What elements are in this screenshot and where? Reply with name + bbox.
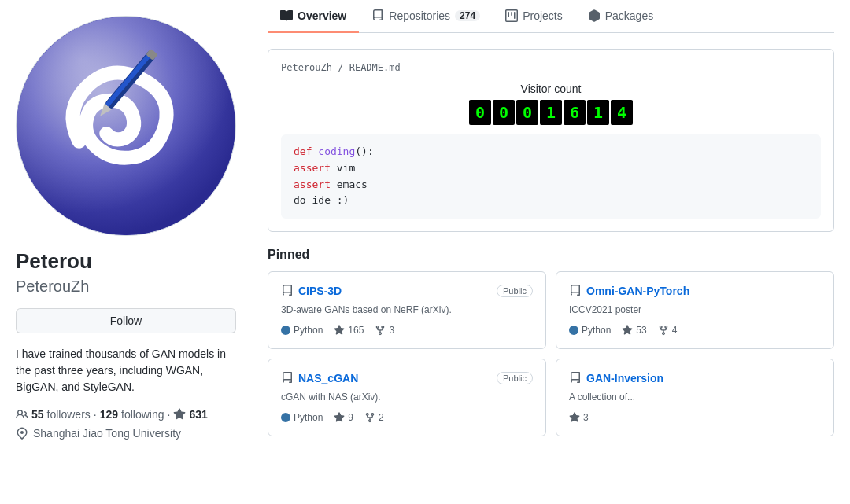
pinned-card-gan-inversion: GAN-Inversion A collection of... 3 (556, 359, 834, 436)
card-title: GAN-Inversion (569, 372, 663, 384)
digit-0: 0 (469, 100, 491, 125)
stars-stat: 165 (334, 325, 364, 336)
followers-stats: 55 followers · 129 following · 631 (16, 408, 236, 421)
sidebar: Peterou PeterouZh Follow I have trained … (0, 0, 252, 504)
location-row: Shanghai Jiao Tong University (16, 427, 236, 440)
digit-5: 1 (587, 100, 609, 125)
star-icon (569, 412, 580, 423)
tab-projects-label: Projects (523, 9, 563, 22)
digit-3: 1 (540, 100, 562, 125)
tab-repositories-label: Repositories (389, 9, 450, 22)
followers-count[interactable]: 55 (31, 408, 44, 421)
stars-stat: 53 (622, 325, 646, 336)
avatar (16, 16, 236, 236)
follow-button[interactable]: Follow (16, 308, 236, 333)
lang-label: Python (582, 325, 611, 336)
card-title: NAS_cGAN (281, 372, 358, 384)
digit-4: 6 (564, 100, 586, 125)
repo-icon (569, 285, 582, 297)
packages-nav-icon (588, 9, 601, 22)
star-icon (173, 408, 186, 421)
card-header: CIPS-3D Public (281, 285, 533, 297)
digit-1: 0 (493, 100, 515, 125)
forks-stat: 3 (375, 325, 394, 336)
main-content: Overview Repositories 274 Projects Pack (252, 0, 850, 504)
tab-repositories[interactable]: Repositories 274 (359, 0, 493, 33)
repo-icon (569, 372, 582, 384)
profile-nav: Overview Repositories 274 Projects Pack (268, 0, 834, 33)
card-title: Omni-GAN-PyTorch (569, 285, 689, 297)
svg-point-1 (17, 17, 235, 235)
star-count: 9 (348, 412, 353, 423)
language-python: Python (281, 412, 323, 423)
lang-dot (281, 326, 290, 335)
book-icon (280, 9, 293, 22)
following-count[interactable]: 129 (100, 408, 118, 421)
tab-packages-label: Packages (605, 9, 653, 22)
repo-name-gan-inversion[interactable]: GAN-Inversion (586, 372, 663, 384)
lang-dot (569, 326, 578, 335)
repo-name-omni[interactable]: Omni-GAN-PyTorch (586, 285, 689, 297)
visitor-count-section: Visitor count 0 0 0 1 6 1 4 (281, 83, 821, 125)
location-icon (16, 427, 28, 440)
pinned-label: Pinned (268, 248, 834, 262)
readme-card: PeterouZh / README.md Visitor count 0 0 … (268, 49, 834, 232)
repositories-count-badge: 274 (455, 10, 480, 21)
card-title: CIPS-3D (281, 285, 342, 297)
repo-name-nas-cgan[interactable]: NAS_cGAN (298, 372, 358, 384)
card-header: GAN-Inversion (569, 372, 821, 384)
card-header: Omni-GAN-PyTorch (569, 285, 821, 297)
followers-label: followers (47, 408, 91, 421)
tab-overview[interactable]: Overview (268, 0, 359, 33)
star-count: 165 (348, 325, 364, 336)
location-text: Shanghai Jiao Tong University (33, 427, 181, 440)
tab-packages[interactable]: Packages (575, 0, 666, 33)
repo-desc-gan-inversion: A collection of... (569, 391, 821, 404)
repo-name-cips3d[interactable]: CIPS-3D (298, 285, 342, 297)
fork-count: 2 (379, 412, 384, 423)
star-icon (334, 325, 345, 336)
fork-count: 4 (672, 325, 678, 336)
public-badge-nas: Public (497, 372, 533, 384)
stars-stat: 9 (334, 412, 353, 423)
language-python: Python (281, 325, 323, 336)
digit-6: 4 (611, 100, 633, 125)
digit-2: 0 (516, 100, 538, 125)
fork-icon (658, 325, 669, 336)
star-icon (334, 412, 345, 423)
repo-meta-gan-inversion: 3 (569, 412, 821, 423)
code-block: def coding(): assert vim assert emacs do… (281, 134, 821, 219)
tab-projects[interactable]: Projects (493, 0, 575, 33)
star-count: 53 (636, 325, 646, 336)
repo-meta-nas: Python 9 2 (281, 412, 533, 423)
public-badge-cips3d: Public (497, 285, 533, 297)
forks-stat: 2 (364, 412, 384, 423)
star-icon (622, 325, 633, 336)
repo-nav-icon (371, 9, 384, 22)
repo-icon (281, 285, 294, 297)
profile-bio: I have trained thousands of GAN models i… (16, 346, 236, 395)
star-count: 3 (583, 412, 589, 423)
pinned-section: Pinned CIPS-3D Public 3D-aware GANs base… (268, 248, 834, 436)
language-python: Python (569, 325, 611, 336)
lang-label: Python (294, 412, 323, 423)
visitor-count-label: Visitor count (281, 83, 821, 95)
forks-stat: 4 (658, 325, 678, 336)
repo-desc-cips3d: 3D-aware GANs based on NeRF (arXiv). (281, 304, 533, 317)
tab-overview-label: Overview (298, 9, 346, 22)
repo-meta-omni: Python 53 4 (569, 325, 821, 336)
fork-icon (375, 325, 386, 336)
digit-display: 0 0 0 1 6 1 4 (469, 100, 633, 125)
pinned-card-cips3d: CIPS-3D Public 3D-aware GANs based on Ne… (268, 271, 546, 349)
fork-icon (364, 412, 375, 423)
card-header: NAS_cGAN Public (281, 372, 533, 384)
people-icon (16, 408, 28, 421)
repo-desc-omni: ICCV2021 poster (569, 304, 821, 317)
stars-count[interactable]: 631 (189, 408, 207, 421)
fork-count: 3 (389, 325, 394, 336)
lang-dot (281, 413, 290, 422)
stars-stat: 3 (569, 412, 589, 423)
pinned-card-omni-gan: Omni-GAN-PyTorch ICCV2021 poster Python (556, 271, 834, 349)
pinned-card-nas-cgan: NAS_cGAN Public cGAN with NAS (arXiv). P… (268, 359, 546, 436)
readme-path: PeterouZh / README.md (281, 62, 821, 73)
